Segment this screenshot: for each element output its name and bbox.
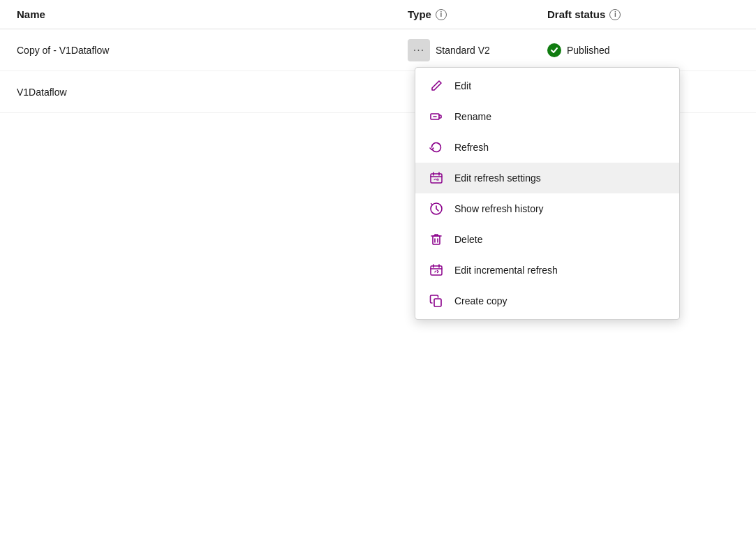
menu-refresh-label: Refresh [454, 142, 489, 153]
refresh-icon [429, 140, 443, 154]
col-type-header: Type i [408, 8, 547, 20]
svg-rect-2 [431, 174, 442, 183]
row2-name: V1Dataflow [17, 87, 408, 98]
menu-edit-incremental-refresh-label: Edit incremental refresh [454, 265, 558, 276]
svg-rect-6 [433, 236, 440, 244]
more-options-button-row1[interactable]: ··· [408, 39, 430, 61]
table-row: Copy of - V1Dataflow ··· Standard V2 Pub… [0, 29, 756, 71]
context-menu: Edit Rename Refresh [415, 67, 680, 320]
row1-type: Standard V2 [436, 45, 490, 56]
menu-item-delete[interactable]: Delete [415, 224, 679, 255]
menu-delete-label: Delete [454, 234, 482, 245]
menu-edit-refresh-settings-label: Edit refresh settings [454, 172, 541, 184]
ellipsis-icon: ··· [413, 44, 424, 57]
edit-refresh-settings-icon [429, 171, 443, 185]
menu-edit-label: Edit [454, 80, 471, 91]
menu-item-edit-incremental-refresh[interactable]: Edit incremental refresh [415, 255, 679, 286]
menu-rename-label: Rename [454, 111, 491, 122]
show-refresh-history-icon [429, 202, 443, 216]
menu-item-create-copy[interactable]: Create copy [415, 286, 679, 316]
menu-show-refresh-history-label: Show refresh history [454, 203, 544, 214]
row1-status-label: Published [567, 45, 610, 56]
col-draft-header: Draft status i [547, 8, 739, 20]
delete-icon [429, 232, 443, 246]
menu-create-copy-label: Create copy [454, 295, 507, 306]
menu-item-rename[interactable]: Rename [415, 101, 679, 132]
published-icon [547, 43, 561, 57]
rename-icon [429, 110, 443, 124]
menu-item-edit[interactable]: Edit [415, 71, 679, 101]
edit-icon [429, 79, 443, 93]
row1-name: Copy of - V1Dataflow [17, 45, 408, 56]
draft-info-icon: i [609, 9, 621, 20]
menu-item-refresh[interactable]: Refresh [415, 132, 679, 163]
row1-status: Published [547, 43, 739, 57]
create-copy-icon [429, 294, 443, 308]
row1-type-area: ··· Standard V2 [408, 39, 547, 61]
svg-rect-13 [434, 299, 441, 306]
table-header: Name Type i Draft status i [0, 0, 756, 29]
menu-item-edit-refresh-settings[interactable]: Edit refresh settings [415, 163, 679, 193]
menu-item-show-refresh-history[interactable]: Show refresh history [415, 193, 679, 224]
edit-incremental-refresh-icon [429, 263, 443, 277]
type-info-icon: i [436, 9, 447, 20]
col-name-header: Name [17, 8, 408, 20]
